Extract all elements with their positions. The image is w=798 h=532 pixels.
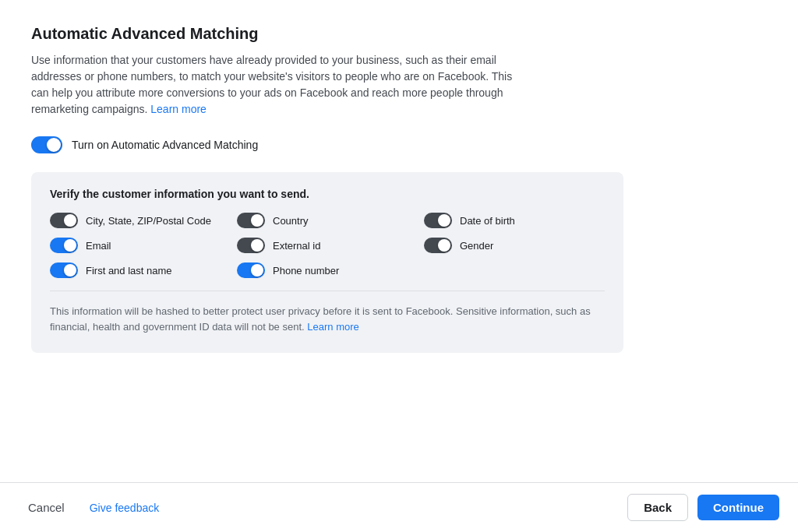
toggle-label-external-id: External id: [273, 240, 320, 252]
toggle-label-phone-number: Phone number: [273, 265, 339, 277]
main-toggle-label: Turn on Automatic Advanced Matching: [72, 139, 258, 151]
toggle-date-of-birth[interactable]: [424, 213, 452, 228]
toggle-email[interactable]: [50, 238, 78, 253]
toggle-item-phone-number: Phone number: [237, 262, 418, 278]
verify-title: Verify the customer information you want…: [50, 188, 605, 200]
toggle-item-city-state-zip: City, State, ZIP/Postal Code: [50, 213, 231, 228]
cancel-button[interactable]: Cancel: [19, 495, 74, 520]
main-content: Automatic Advanced Matching Use informat…: [0, 0, 798, 482]
toggle-label-first-last-name: First and last name: [86, 265, 172, 277]
toggle-label-date-of-birth: Date of birth: [460, 215, 515, 227]
learn-more-link[interactable]: Learn more: [150, 103, 207, 115]
verify-box: Verify the customer information you want…: [31, 172, 623, 353]
toggle-item-external-id: External id: [237, 238, 418, 253]
toggle-grid: City, State, ZIP/Postal Code Country: [50, 213, 605, 278]
privacy-note: This information will be hashed to bette…: [50, 291, 605, 334]
description: Use information that your customers have…: [31, 52, 514, 118]
toggle-item-email: Email: [50, 238, 231, 253]
toggle-label-email: Email: [86, 240, 111, 252]
toggle-item-date-of-birth: Date of birth: [424, 213, 605, 228]
toggle-gender[interactable]: [424, 238, 452, 253]
toggle-label-country: Country: [273, 215, 309, 227]
toggle-item-first-last-name: First and last name: [50, 262, 231, 278]
toggle-label-city-state-zip: City, State, ZIP/Postal Code: [86, 215, 211, 227]
toggle-external-id[interactable]: [237, 238, 265, 253]
toggle-phone-number[interactable]: [237, 262, 265, 278]
footer-left: Cancel Give feedback: [19, 495, 159, 520]
toggle-first-last-name[interactable]: [50, 262, 78, 278]
toggle-city-state-zip[interactable]: [50, 213, 78, 228]
main-toggle-row: Turn on Automatic Advanced Matching: [31, 136, 767, 153]
toggle-item-gender: Gender: [424, 238, 605, 253]
toggle-country[interactable]: [237, 213, 265, 228]
toggle-label-gender: Gender: [460, 240, 493, 252]
toggle-item-country: Country: [237, 213, 418, 228]
back-button[interactable]: Back: [627, 494, 688, 521]
continue-button[interactable]: Continue: [697, 495, 779, 520]
footer: Cancel Give feedback Back Continue: [0, 482, 798, 532]
footer-right: Back Continue: [627, 494, 779, 521]
give-feedback-link[interactable]: Give feedback: [90, 502, 160, 514]
main-toggle[interactable]: [31, 136, 62, 153]
privacy-learn-more-link[interactable]: Learn more: [307, 321, 358, 333]
page-title: Automatic Advanced Matching: [31, 25, 767, 43]
